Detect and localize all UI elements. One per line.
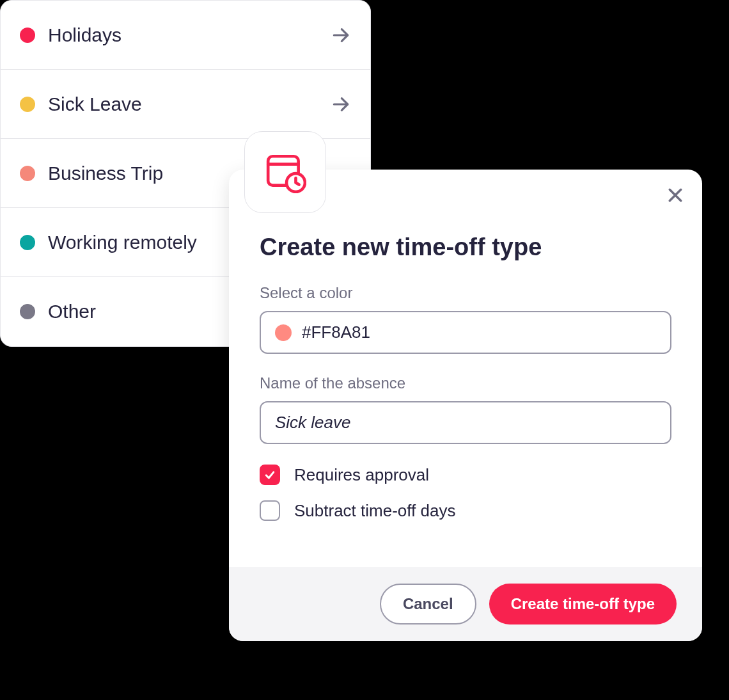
- name-input-value: Sick leave: [275, 413, 351, 433]
- checkbox-label: Requires approval: [294, 465, 429, 485]
- close-icon: [666, 186, 685, 207]
- list-item-sick-leave[interactable]: Sick Leave: [1, 70, 370, 139]
- checkbox-checked-icon: [260, 465, 280, 485]
- name-field-label: Name of the absence: [260, 374, 671, 392]
- arrow-right-icon: [331, 94, 351, 115]
- color-dot: [20, 304, 35, 319]
- list-item-label: Sick Leave: [48, 93, 318, 115]
- color-dot: [20, 28, 35, 43]
- color-value: #FF8A81: [302, 322, 370, 342]
- subtract-days-row[interactable]: Subtract time-off days: [260, 500, 671, 521]
- color-field-label: Select a color: [260, 284, 671, 302]
- arrow-right-icon: [331, 25, 351, 45]
- color-dot: [20, 235, 35, 250]
- close-button[interactable]: [664, 185, 687, 208]
- color-dot: [20, 166, 35, 181]
- color-swatch: [275, 324, 292, 341]
- modal-footer: Cancel Create time-off type: [229, 567, 702, 641]
- calendar-clock-icon: [244, 131, 326, 213]
- create-time-off-modal: Create new time-off type Select a color …: [229, 170, 702, 641]
- submit-button[interactable]: Create time-off type: [489, 584, 677, 624]
- requires-approval-row[interactable]: Requires approval: [260, 465, 671, 485]
- color-select[interactable]: #FF8A81: [260, 311, 671, 354]
- color-dot: [20, 97, 35, 112]
- list-item-holidays[interactable]: Holidays: [1, 1, 370, 70]
- modal-title: Create new time-off type: [260, 234, 671, 261]
- list-item-label: Holidays: [48, 24, 318, 46]
- name-input[interactable]: Sick leave: [260, 401, 671, 444]
- checkbox-label: Subtract time-off days: [294, 501, 455, 521]
- checkbox-unchecked-icon: [260, 500, 280, 521]
- cancel-button[interactable]: Cancel: [380, 584, 476, 624]
